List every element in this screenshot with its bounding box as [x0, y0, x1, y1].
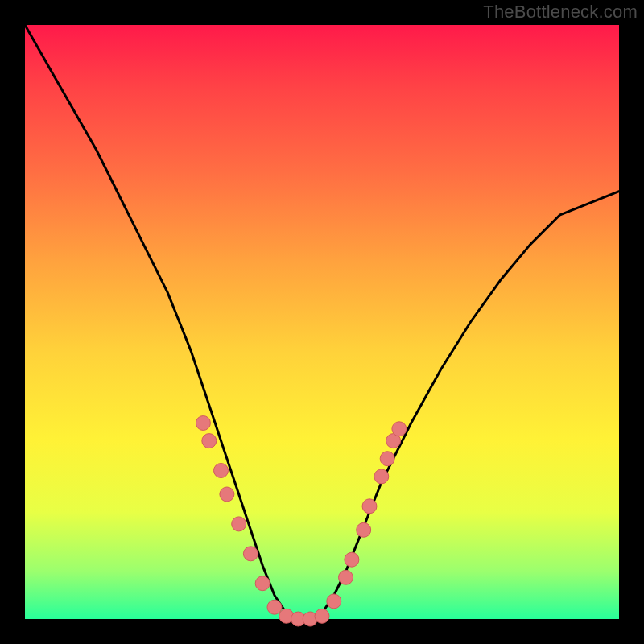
data-point — [392, 422, 407, 436]
watermark-text: TheBottleneck.com — [483, 2, 638, 23]
chart-frame: TheBottleneck.com — [0, 0, 644, 644]
data-point — [202, 434, 217, 448]
data-point — [214, 464, 229, 478]
data-point — [362, 499, 377, 514]
data-point — [255, 576, 270, 591]
data-point — [345, 552, 359, 567]
chart-svg — [25, 25, 619, 619]
plot-area — [25, 25, 619, 619]
data-point — [315, 609, 329, 623]
data-point — [374, 469, 389, 484]
data-point — [220, 487, 234, 502]
data-point — [196, 416, 210, 431]
data-point — [357, 522, 371, 537]
data-point — [339, 570, 353, 584]
data-point — [243, 547, 258, 561]
data-point — [327, 594, 341, 609]
bottleneck-curve — [25, 25, 619, 619]
data-point — [380, 452, 394, 466]
data-point — [232, 517, 246, 531]
data-point — [267, 600, 282, 614]
curve-line — [25, 25, 619, 619]
curve-markers — [196, 416, 407, 627]
